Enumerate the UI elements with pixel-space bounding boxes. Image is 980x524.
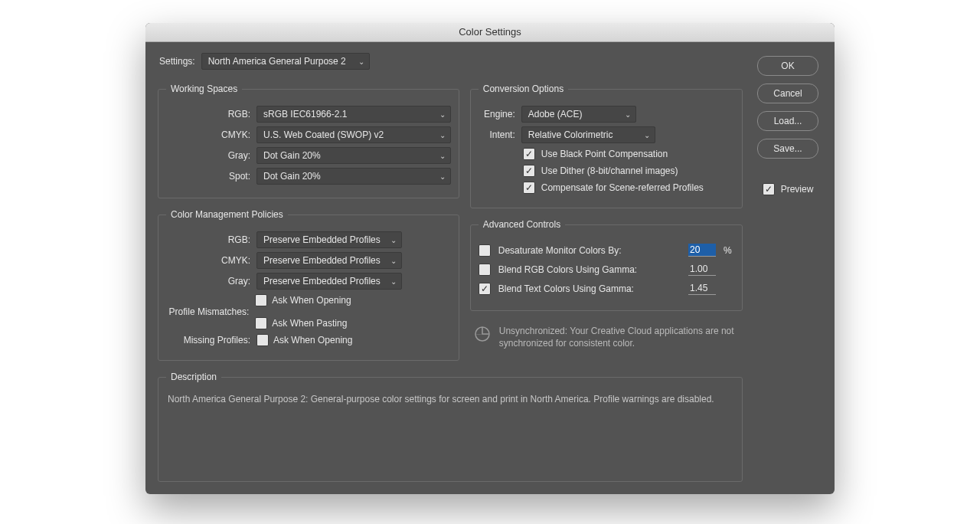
text-gamma-input[interactable] <box>688 282 716 295</box>
chevron-down-icon: ⌄ <box>644 131 650 139</box>
dither-checkbox[interactable]: ✓ <box>523 165 535 177</box>
intent-label: Intent: <box>479 129 515 140</box>
ws-gray-dropdown[interactable]: Dot Gain 20%⌄ <box>256 147 451 164</box>
mismatch-open-label: Ask When Opening <box>272 295 351 306</box>
ws-gray-label: Gray: <box>166 150 250 161</box>
ws-rgb-label: RGB: <box>166 109 250 120</box>
pol-gray-dropdown[interactable]: Preserve Embedded Profiles⌄ <box>256 273 402 290</box>
preview-checkbox[interactable]: ✓ <box>763 183 775 195</box>
conversion-group: Conversion Options Engine: Adobe (ACE)⌄ … <box>470 84 743 208</box>
advanced-group: Advanced Controls ✓ Desaturate Monitor C… <box>470 219 743 311</box>
chevron-down-icon: ⌄ <box>439 172 446 181</box>
desat-checkbox[interactable]: ✓ <box>479 244 491 257</box>
chevron-down-icon: ⌄ <box>625 110 631 119</box>
working-spaces-group: Working Spaces RGB: sRGB IEC61966-2.1⌄ C… <box>158 84 459 198</box>
mismatch-paste-label: Ask When Pasting <box>272 318 347 329</box>
settings-dropdown[interactable]: North America General Purpose 2 ⌄ <box>201 53 370 70</box>
chevron-down-icon: ⌄ <box>439 152 446 160</box>
intent-dropdown[interactable]: Relative Colorimetric⌄ <box>521 126 655 143</box>
mismatch-paste-checkbox[interactable]: ✓ <box>255 317 267 329</box>
ws-rgb-dropdown[interactable]: sRGB IEC61966-2.1⌄ <box>256 106 451 123</box>
chevron-down-icon: ⌄ <box>390 277 397 286</box>
mismatch-label: Profile Mismatches: <box>166 306 249 317</box>
chevron-down-icon: ⌄ <box>358 57 364 66</box>
conversion-legend: Conversion Options <box>479 84 568 94</box>
working-spaces-legend: Working Spaces <box>166 84 242 94</box>
pol-cmyk-dropdown[interactable]: Preserve Embedded Profiles⌄ <box>256 252 402 269</box>
desat-input[interactable] <box>688 244 716 257</box>
desat-label: Desaturate Monitor Colors By: <box>498 245 681 256</box>
text-gamma-checkbox[interactable]: ✓ <box>479 283 491 295</box>
bpc-checkbox[interactable]: ✓ <box>523 148 535 160</box>
pol-rgb-dropdown[interactable]: Preserve Embedded Profiles⌄ <box>256 231 402 248</box>
pol-rgb-label: RGB: <box>166 234 250 245</box>
engine-dropdown[interactable]: Adobe (ACE)⌄ <box>521 106 636 123</box>
pol-gray-label: Gray: <box>166 276 250 287</box>
missing-open-label: Ask When Opening <box>273 335 352 346</box>
chevron-down-icon: ⌄ <box>439 110 446 119</box>
ws-spot-label: Spot: <box>166 171 250 182</box>
description-legend: Description <box>166 372 221 382</box>
mismatch-open-checkbox[interactable]: ✓ <box>255 294 267 306</box>
advanced-legend: Advanced Controls <box>479 219 565 230</box>
description-group: Description North America General Purpos… <box>158 372 743 482</box>
engine-label: Engine: <box>479 109 515 120</box>
rgb-gamma-input[interactable] <box>688 263 716 276</box>
color-settings-window: Color Settings Settings: North America G… <box>145 23 835 494</box>
chevron-down-icon: ⌄ <box>390 236 397 244</box>
policies-group: Color Management Policies RGB: Preserve … <box>158 209 459 361</box>
settings-value: North America General Purpose 2 <box>208 56 346 67</box>
settings-label: Settings: <box>159 56 195 67</box>
window-title: Color Settings <box>145 23 835 42</box>
scene-label: Compensate for Scene-referred Profiles <box>541 182 704 193</box>
missing-open-checkbox[interactable]: ✓ <box>256 334 269 346</box>
desat-suffix: % <box>724 245 734 256</box>
text-gamma-label: Blend Text Colors Using Gamma: <box>498 283 681 294</box>
unsynchronized-icon <box>473 325 492 343</box>
cancel-button[interactable]: Cancel <box>757 84 818 103</box>
bpc-label: Use Black Point Compensation <box>541 149 668 159</box>
scene-checkbox[interactable]: ✓ <box>523 182 535 194</box>
missing-label: Missing Profiles: <box>166 335 250 346</box>
ws-cmyk-dropdown[interactable]: U.S. Web Coated (SWOP) v2⌄ <box>256 126 451 143</box>
policies-legend: Color Management Policies <box>166 209 288 220</box>
chevron-down-icon: ⌄ <box>390 257 397 265</box>
chevron-down-icon: ⌄ <box>439 131 446 139</box>
sync-text: Unsynchronized: Your Creative Cloud appl… <box>499 325 740 349</box>
dither-label: Use Dither (8-bit/channel images) <box>541 165 678 176</box>
rgb-gamma-checkbox[interactable]: ✓ <box>479 264 491 276</box>
save-button[interactable]: Save... <box>757 139 818 159</box>
rgb-gamma-label: Blend RGB Colors Using Gamma: <box>498 264 681 275</box>
ws-spot-dropdown[interactable]: Dot Gain 20%⌄ <box>256 168 451 185</box>
load-button[interactable]: Load... <box>757 111 818 131</box>
pol-cmyk-label: CMYK: <box>166 255 250 266</box>
ws-cmyk-label: CMYK: <box>166 129 250 140</box>
description-text: North America General Purpose 2: General… <box>166 390 734 406</box>
sync-status: Unsynchronized: Your Creative Cloud appl… <box>470 322 743 349</box>
ok-button[interactable]: OK <box>757 56 818 76</box>
preview-label: Preview <box>781 184 814 195</box>
